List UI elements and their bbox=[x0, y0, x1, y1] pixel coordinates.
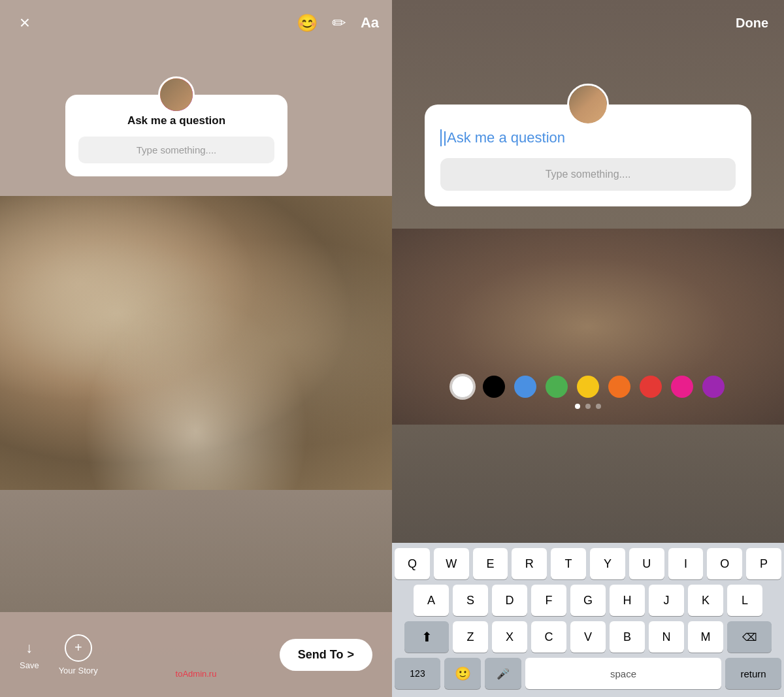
close-icon: × bbox=[20, 14, 30, 32]
key-v[interactable]: V bbox=[570, 621, 606, 653]
keyboard: Q W E R T Y U I O P A S D F G H J K L ⬆ … bbox=[392, 543, 784, 697]
keyboard-row-4: 123 🙂 🎤 space return bbox=[395, 658, 781, 689]
your-story-label: Your Story bbox=[59, 666, 98, 675]
key-b[interactable]: B bbox=[610, 621, 645, 653]
save-icon: ↓ bbox=[25, 640, 33, 656]
key-q[interactable]: Q bbox=[395, 548, 430, 579]
send-to-button[interactable]: Send To > bbox=[280, 639, 372, 671]
text-icon[interactable]: Aa bbox=[361, 14, 379, 31]
color-white[interactable] bbox=[451, 376, 474, 398]
your-story-action[interactable]: + Your Story bbox=[59, 634, 98, 675]
sticker-title-text: Ask me a question bbox=[447, 129, 565, 146]
key-o[interactable]: O bbox=[707, 548, 742, 579]
right-topbar: Done bbox=[392, 0, 784, 46]
avatar-image-right bbox=[569, 86, 607, 123]
emoji-key[interactable]: 🙂 bbox=[444, 658, 481, 689]
mic-key[interactable]: 🎤 bbox=[485, 658, 521, 689]
color-picker bbox=[392, 369, 784, 404]
keyboard-row-2: A S D F G H J K L bbox=[395, 585, 781, 616]
keyboard-row-1: Q W E R T Y U I O P bbox=[395, 548, 781, 579]
key-p[interactable]: P bbox=[746, 548, 781, 579]
done-button[interactable]: Done bbox=[736, 16, 768, 31]
key-a[interactable]: A bbox=[414, 585, 449, 616]
key-t[interactable]: T bbox=[551, 548, 586, 579]
page-dot-1 bbox=[575, 404, 580, 409]
plus-icon: + bbox=[74, 640, 82, 655]
key-x[interactable]: X bbox=[492, 621, 527, 653]
key-f[interactable]: F bbox=[531, 585, 566, 616]
key-k[interactable]: K bbox=[688, 585, 723, 616]
key-c[interactable]: C bbox=[531, 621, 566, 653]
right-panel: Done Ask me a question Type something...… bbox=[392, 0, 784, 697]
text-cursor bbox=[444, 131, 446, 146]
key-m[interactable]: M bbox=[688, 621, 723, 653]
left-bottombar: ↓ Save + Your Story Send To > bbox=[0, 612, 392, 697]
page-dot-2 bbox=[585, 404, 591, 409]
key-r[interactable]: R bbox=[512, 548, 547, 579]
question-sticker-left[interactable]: Ask me a question Type something.... bbox=[65, 95, 287, 176]
question-sticker-right[interactable]: Ask me a question Type something.... bbox=[425, 105, 751, 206]
key-g[interactable]: G bbox=[570, 585, 606, 616]
shift-key[interactable]: ⬆ bbox=[404, 621, 449, 653]
key-y[interactable]: Y bbox=[590, 548, 625, 579]
key-s[interactable]: S bbox=[453, 585, 488, 616]
save-action[interactable]: ↓ Save bbox=[20, 640, 39, 670]
key-j[interactable]: J bbox=[649, 585, 684, 616]
left-topbar-right: 😊 ✏ Aa bbox=[297, 13, 379, 33]
left-topbar: × 😊 ✏ Aa bbox=[0, 0, 392, 46]
keyboard-row-3: ⬆ Z X C V B N M ⌫ bbox=[395, 621, 781, 653]
sticker-input-right[interactable]: Type something.... bbox=[440, 158, 736, 191]
cat-photo-left bbox=[0, 196, 392, 490]
your-story-circle: + bbox=[65, 634, 92, 662]
send-to-arrow: > bbox=[347, 648, 354, 662]
draw-icon[interactable]: ✏ bbox=[332, 13, 346, 33]
key-w[interactable]: W bbox=[434, 548, 469, 579]
key-e[interactable]: E bbox=[473, 548, 508, 579]
space-key[interactable]: space bbox=[525, 658, 721, 689]
color-pink[interactable] bbox=[671, 376, 693, 398]
color-yellow[interactable] bbox=[577, 376, 599, 398]
close-button[interactable]: × bbox=[13, 11, 37, 35]
sticker-title-right[interactable]: Ask me a question bbox=[440, 129, 736, 146]
page-indicator bbox=[392, 404, 784, 409]
numbers-key[interactable]: 123 bbox=[395, 658, 440, 689]
save-label: Save bbox=[20, 660, 39, 670]
key-h[interactable]: H bbox=[610, 585, 645, 616]
sticker-avatar-left bbox=[158, 76, 195, 113]
color-green[interactable] bbox=[546, 376, 568, 398]
sticker-title-left: Ask me a question bbox=[78, 114, 274, 127]
key-n[interactable]: N bbox=[649, 621, 684, 653]
avatar-image-left bbox=[160, 78, 193, 111]
sticker-icon[interactable]: 😊 bbox=[297, 13, 318, 33]
key-d[interactable]: D bbox=[492, 585, 527, 616]
key-l[interactable]: L bbox=[727, 585, 762, 616]
color-black[interactable] bbox=[483, 376, 505, 398]
sticker-avatar-right bbox=[567, 84, 609, 125]
page-dot-3 bbox=[596, 404, 601, 409]
left-panel: × 😊 ✏ Aa Ask me a question Type somethin… bbox=[0, 0, 392, 697]
sticker-input-left[interactable]: Type something.... bbox=[78, 137, 274, 163]
send-to-label: Send To bbox=[298, 648, 344, 662]
delete-key[interactable]: ⌫ bbox=[727, 621, 772, 653]
key-i[interactable]: I bbox=[668, 548, 704, 579]
color-orange[interactable] bbox=[608, 376, 630, 398]
key-u[interactable]: U bbox=[629, 548, 664, 579]
color-blue[interactable] bbox=[514, 376, 536, 398]
color-red[interactable] bbox=[640, 376, 662, 398]
watermark: toAdmin.ru bbox=[176, 669, 217, 679]
return-key[interactable]: return bbox=[725, 658, 781, 689]
color-purple[interactable] bbox=[702, 376, 725, 398]
key-z[interactable]: Z bbox=[453, 621, 488, 653]
